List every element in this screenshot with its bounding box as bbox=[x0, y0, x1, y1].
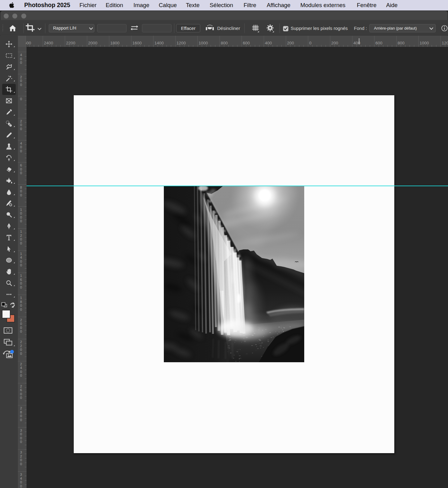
svg-text:200: 200 bbox=[331, 41, 338, 45]
svg-text:1200: 1200 bbox=[176, 41, 186, 45]
svg-text:1800: 1800 bbox=[110, 41, 119, 45]
svg-text:1400: 1400 bbox=[155, 41, 164, 45]
svg-text:1000: 1000 bbox=[420, 41, 429, 45]
svg-text:0: 0 bbox=[309, 41, 312, 45]
svg-text:800: 800 bbox=[397, 41, 404, 45]
svg-text:1000: 1000 bbox=[199, 41, 208, 45]
svg-text:1200: 1200 bbox=[442, 41, 448, 45]
svg-text:600: 600 bbox=[243, 41, 250, 45]
svg-text:400: 400 bbox=[265, 41, 272, 45]
svg-text:200: 200 bbox=[287, 41, 294, 45]
svg-text:2200: 2200 bbox=[66, 41, 75, 45]
svg-text:1600: 1600 bbox=[132, 41, 142, 45]
svg-text:600: 600 bbox=[375, 41, 383, 45]
svg-text:800: 800 bbox=[221, 41, 228, 45]
svg-text:2400: 2400 bbox=[44, 41, 53, 45]
svg-text:2000: 2000 bbox=[88, 41, 97, 45]
